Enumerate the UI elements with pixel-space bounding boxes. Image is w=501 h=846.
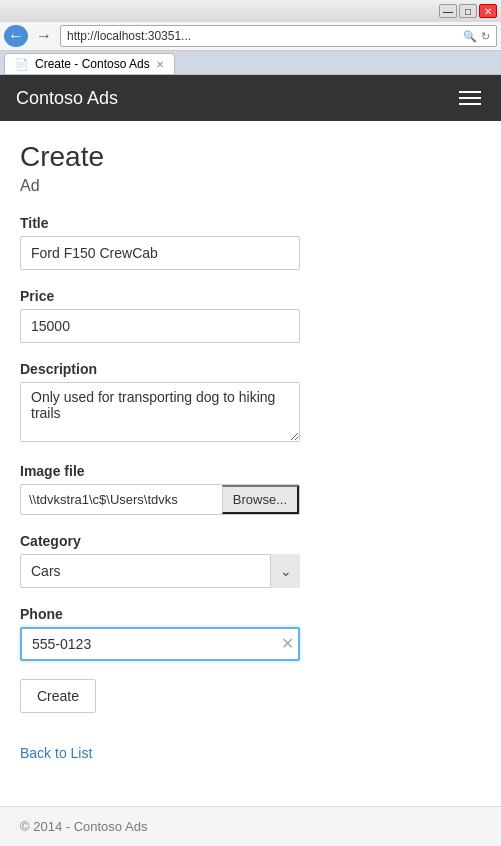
section-label: Ad [20, 177, 481, 195]
browse-button[interactable]: Browse... [222, 485, 299, 514]
page-title: Create [20, 141, 481, 173]
description-form-group: Description Only used for transporting d… [20, 361, 481, 445]
title-input[interactable] [20, 236, 300, 270]
search-icon[interactable]: 🔍 [463, 30, 477, 43]
navbar: Contoso Ads [0, 75, 501, 121]
phone-clear-button[interactable]: ✕ [281, 636, 294, 652]
close-button[interactable]: ✕ [479, 4, 497, 18]
address-bar: ← → http://localhost:30351... 🔍 ↻ [0, 22, 501, 51]
file-path-text: \\tdvkstra1\c$\Users\tdvks [21, 486, 222, 513]
price-label: Price [20, 288, 481, 304]
url-bar[interactable]: http://localhost:30351... 🔍 ↻ [60, 25, 497, 47]
tab-close-button[interactable]: ✕ [156, 59, 164, 70]
navbar-toggle-button[interactable] [455, 87, 485, 109]
file-input-row: \\tdvkstra1\c$\Users\tdvks Browse... [20, 484, 300, 515]
footer: © 2014 - Contoso Ads [0, 806, 501, 846]
submit-group: Create [20, 679, 481, 727]
description-textarea[interactable]: Only used for transporting dog to hiking… [20, 382, 300, 442]
url-icons: 🔍 ↻ [463, 30, 490, 43]
category-select[interactable]: Cars RealEstate FreeStuff [20, 554, 300, 588]
image-label: Image file [20, 463, 481, 479]
tab-favicon: 📄 [15, 58, 29, 71]
phone-input-wrapper: ✕ [20, 627, 300, 661]
description-label: Description [20, 361, 481, 377]
category-form-group: Category Cars RealEstate FreeStuff ⌄ [20, 533, 481, 588]
title-label: Title [20, 215, 481, 231]
window-chrome: — □ ✕ ← → http://localhost:30351... 🔍 ↻ … [0, 0, 501, 75]
toggle-bar-1 [459, 91, 481, 93]
refresh-icon[interactable]: ↻ [481, 30, 490, 43]
price-form-group: Price [20, 288, 481, 343]
navbar-brand[interactable]: Contoso Ads [16, 88, 118, 109]
maximize-button[interactable]: □ [459, 4, 477, 18]
active-tab[interactable]: 📄 Create - Contoso Ads ✕ [4, 53, 175, 74]
forward-nav-button[interactable]: → [32, 25, 56, 47]
url-text: http://localhost:30351... [67, 29, 191, 43]
create-button[interactable]: Create [20, 679, 96, 713]
title-form-group: Title [20, 215, 481, 270]
category-label: Category [20, 533, 481, 549]
back-to-list-link[interactable]: Back to List [20, 745, 92, 761]
footer-text: © 2014 - Contoso Ads [20, 819, 147, 834]
price-input[interactable] [20, 309, 300, 343]
toggle-bar-2 [459, 97, 481, 99]
tab-bar: 📄 Create - Contoso Ads ✕ [0, 51, 501, 74]
back-nav-button[interactable]: ← [4, 25, 28, 47]
content-area: Create Ad Title Price Description Only u… [0, 121, 501, 806]
title-bar: — □ ✕ [0, 0, 501, 22]
image-form-group: Image file \\tdvkstra1\c$\Users\tdvks Br… [20, 463, 481, 515]
phone-form-group: Phone ✕ [20, 606, 481, 661]
tab-label: Create - Contoso Ads [35, 57, 150, 71]
category-select-wrapper: Cars RealEstate FreeStuff ⌄ [20, 554, 300, 588]
minimize-button[interactable]: — [439, 4, 457, 18]
toggle-bar-3 [459, 103, 481, 105]
phone-label: Phone [20, 606, 481, 622]
phone-input[interactable] [20, 627, 300, 661]
